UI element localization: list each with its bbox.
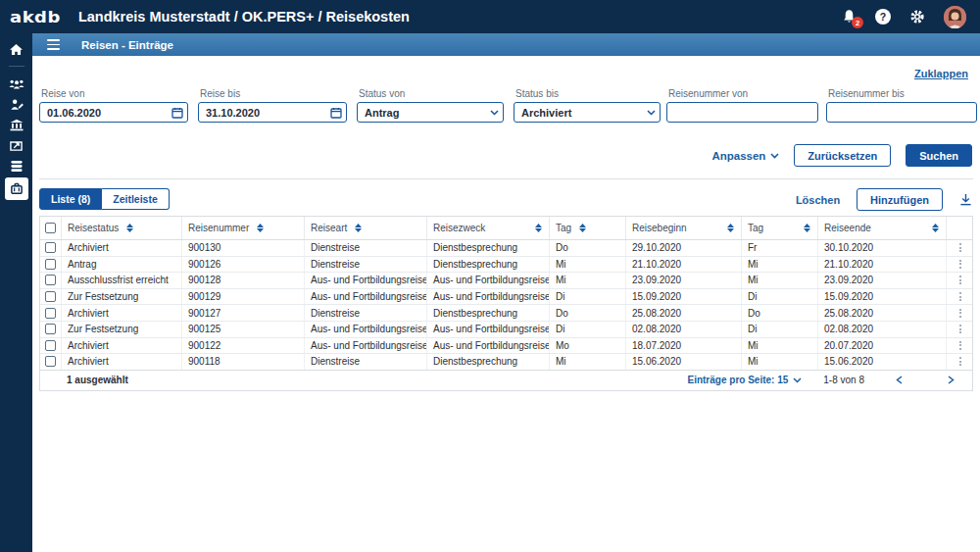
sidebar-item-organization[interactable] [4,115,29,135]
row-menu-icon[interactable] [959,309,961,318]
reisenummer-bis-input[interactable] [826,102,977,123]
help-button[interactable]: ? [875,9,891,25]
select-value: Antrag [365,107,399,119]
sidebar-item-reports[interactable] [4,135,29,156]
column-label: Reisezweck [433,223,485,233]
table-row[interactable]: Zur Festsetzung 900125 Aus- und Fortbild… [40,322,972,338]
sort-icon[interactable] [804,224,810,232]
table-row[interactable]: Antrag 900126 Dienstreise Dienstbesprech… [40,257,972,274]
section-divider [39,178,973,179]
cell-reisebeginn: 23.09.2020 [626,273,742,288]
row-menu-icon[interactable] [959,357,961,366]
cell-reiseende: 21.10.2020 [818,257,947,273]
status-von-select[interactable]: Antrag [357,102,504,123]
sidebar-item-employee[interactable] [4,94,29,115]
row-checkbox[interactable] [45,242,56,253]
field-label: Reise von [39,88,188,99]
sidebar-item-home[interactable] [4,39,29,60]
settings-button[interactable] [909,9,925,25]
cell-tag-beginn: Mi [550,273,626,288]
row-menu-icon[interactable] [959,341,961,350]
cell-reiseende: 20.07.2020 [818,338,947,354]
row-checkbox[interactable] [45,291,56,302]
notification-badge: 2 [852,17,863,28]
cell-reiseende: 02.08.2020 [818,322,947,337]
filter-reisenummer-von: Reisenummer von [666,88,818,123]
row-menu-icon[interactable] [959,260,961,269]
cell-reisebeginn: 29.10.2020 [626,240,742,256]
row-checkbox[interactable] [45,324,56,334]
prev-page-button[interactable] [892,376,906,384]
download-button[interactable] [959,193,972,206]
cell-reiseende: 30.10.2020 [818,240,947,256]
reisenummer-von-input[interactable] [666,102,818,123]
database-icon [10,160,24,173]
chevron-right-icon [948,376,955,384]
sort-icon[interactable] [355,224,362,232]
row-menu-icon[interactable] [959,325,961,333]
sort-icon[interactable] [579,224,586,232]
row-checkbox[interactable] [45,340,56,351]
cell-reisezweck: Aus- und Fortbildungsreise [427,322,550,337]
cell-reisebeginn: 15.09.2020 [626,289,742,305]
cell-tag-beginn: Di [550,289,626,305]
anpassen-button[interactable]: Anpassen [711,150,779,162]
user-edit-icon [9,98,24,111]
cell-reiseende: 25.08.2020 [818,305,947,321]
column-label: Tag [748,223,763,233]
col-reisenummer: Reisenummer [182,217,305,239]
status-bis-select[interactable]: Archiviert [514,102,661,123]
menu-icon[interactable] [47,39,60,49]
filter-reise-bis: Reise bis [198,88,347,123]
table-row[interactable]: Archiviert 900127 Dienstreise Dienstbesp… [40,305,972,322]
row-menu-icon[interactable] [959,276,961,284]
sort-icon[interactable] [126,224,133,232]
chevron-down-icon [770,153,779,159]
avatar[interactable] [944,6,966,28]
cell-reisestatus: Archiviert [62,354,182,370]
row-checkbox[interactable] [45,259,56,270]
row-menu-icon[interactable] [959,243,961,252]
row-checkbox[interactable] [45,356,56,367]
collapse-filters-link[interactable]: Zuklappen [914,68,968,79]
row-checkbox[interactable] [45,308,56,319]
select-value: Archiviert [521,107,571,119]
sidebar-item-personnel[interactable] [4,74,29,94]
loeschen-button[interactable]: Löschen [796,194,840,206]
reise-bis-input[interactable] [198,102,347,123]
next-page-button[interactable] [944,376,958,384]
cell-reisezweck: Aus- und Fortbildungsreise [427,338,550,354]
sidebar [0,33,32,552]
sort-icon[interactable] [535,224,542,232]
hinzufuegen-button[interactable]: Hinzufügen [857,188,943,211]
tab-liste[interactable]: Liste (8) [39,188,102,210]
chevron-left-icon [896,376,903,384]
sort-icon[interactable] [257,224,264,232]
notifications-button[interactable]: 2 [842,9,857,25]
table-row[interactable]: Ausschlussfrist erreicht 900128 Aus- und… [40,273,972,289]
zuruecksetzen-button[interactable]: Zurücksetzen [794,144,891,167]
sidebar-item-travel[interactable] [5,177,28,200]
table-row[interactable]: Zur Festsetzung 900129 Aus- und Fortbild… [40,289,972,306]
table-row[interactable]: Archiviert 900118 Dienstreise Dienstbesp… [40,354,972,371]
row-menu-icon[interactable] [959,292,961,301]
suchen-button[interactable]: Suchen [906,144,972,167]
cell-tag-ende: Mi [742,354,818,370]
row-checkbox[interactable] [45,275,56,285]
tab-zeitleiste[interactable]: Zeitleiste [102,188,170,210]
cell-reisenummer: 900127 [182,305,305,321]
per-page-select[interactable]: Einträge pro Seite: 15 [687,375,802,385]
cell-reiseart: Aus- und Fortbildungsreise [305,338,427,354]
col-actions [947,217,972,239]
table-row[interactable]: Archiviert 900122 Aus- und Fortbildungsr… [40,338,972,355]
cell-tag-beginn: Di [550,322,626,337]
sort-icon[interactable] [932,224,939,232]
reise-von-input[interactable] [39,102,188,123]
select-all-checkbox[interactable] [45,223,56,233]
table-row[interactable]: Archiviert 900130 Dienstreise Dienstbesp… [40,240,972,257]
sidebar-item-data[interactable] [4,156,29,176]
filter-reise-von: Reise von [39,88,188,123]
sort-icon[interactable] [727,224,734,232]
cell-reisestatus: Archiviert [62,338,182,354]
column-label: Reisebeginn [632,223,687,233]
